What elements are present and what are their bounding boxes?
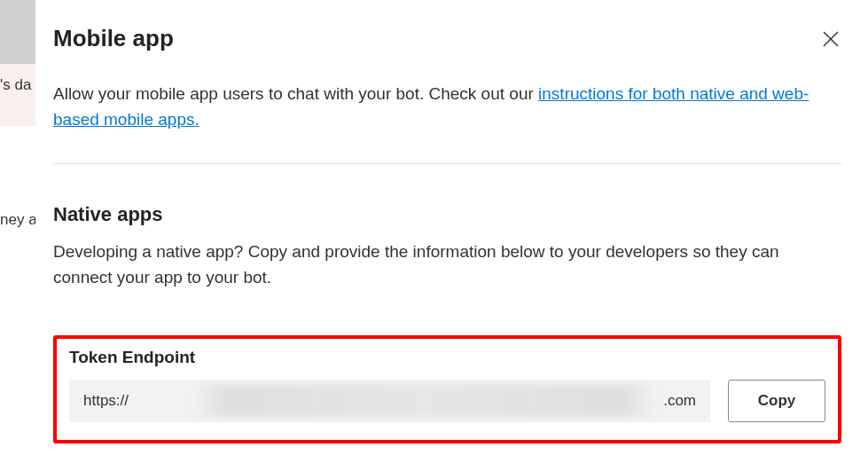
close-icon	[823, 31, 839, 47]
background-top-bar	[0, 0, 35, 64]
panel-title: Mobile app	[53, 25, 174, 52]
token-endpoint-value-suffix: .com	[663, 392, 696, 410]
token-endpoint-highlight-box: Token Endpoint https:// .com Copy	[53, 335, 841, 443]
background-text-fragment-2: ney a	[0, 211, 37, 229]
mobile-app-panel: Mobile app Allow your mobile app users t…	[35, 0, 868, 463]
divider	[53, 163, 841, 164]
background-text-fragment-1: 's da	[0, 76, 31, 94]
background-pink-band	[0, 64, 35, 126]
close-button[interactable]	[820, 28, 841, 50]
panel-description: Allow your mobile app users to chat with…	[53, 81, 841, 133]
native-apps-description: Developing a native app? Copy and provid…	[53, 239, 841, 291]
token-endpoint-value-prefix: https://	[83, 392, 129, 410]
copy-button[interactable]: Copy	[728, 380, 825, 422]
token-endpoint-input[interactable]: https:// .com	[69, 380, 710, 422]
token-endpoint-redacted	[192, 385, 657, 417]
background-sidebar: 's da ney a	[0, 0, 35, 463]
token-endpoint-label: Token Endpoint	[69, 348, 825, 367]
native-apps-heading: Native apps	[53, 203, 841, 226]
token-endpoint-row: https:// .com Copy	[69, 380, 825, 422]
panel-header: Mobile app	[53, 25, 841, 52]
description-text: Allow your mobile app users to chat with…	[53, 84, 538, 103]
